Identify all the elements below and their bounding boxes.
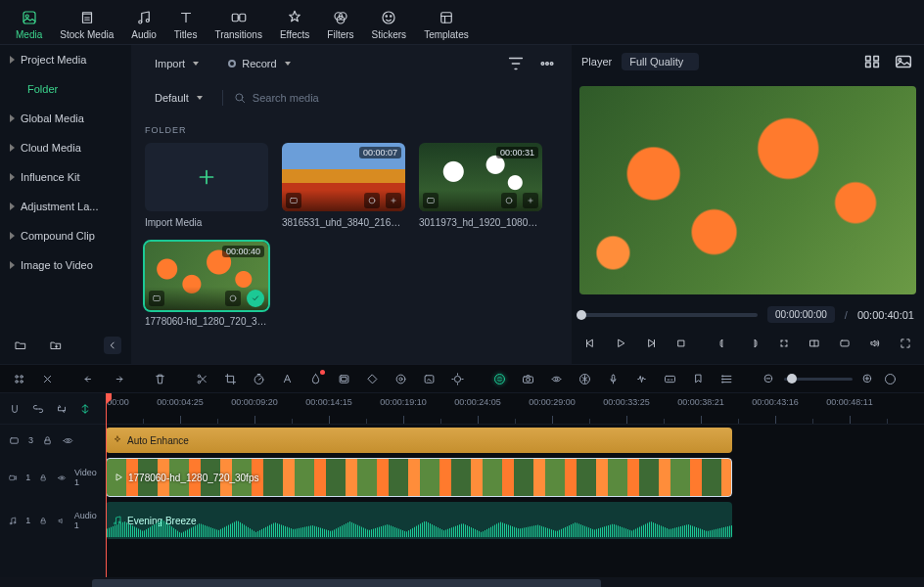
new-bin-button[interactable]: [45, 335, 67, 356]
lock-icon[interactable]: [41, 434, 54, 447]
enhance-clip[interactable]: Auto Enhance: [106, 428, 732, 453]
marker-add-button[interactable]: [691, 372, 706, 386]
track-header-video[interactable]: 1 Video 1: [0, 456, 106, 499]
preview-icon[interactable]: [364, 193, 380, 208]
adjust-button[interactable]: [393, 372, 408, 386]
sort-dropdown[interactable]: Default: [145, 88, 212, 108]
tab-media[interactable]: Media: [16, 9, 42, 44]
safe-zone-button[interactable]: [774, 333, 793, 354]
motion-button[interactable]: [450, 372, 465, 386]
denoise-tool[interactable]: [578, 372, 592, 386]
media-clip[interactable]: 00:00:07 3816531_uhd_3840_2160_30...: [282, 143, 405, 228]
media-clip-selected[interactable]: 00:00:40 1778060-hd_1280_720_30fps: [145, 242, 268, 327]
zoom-handle[interactable]: [787, 374, 797, 384]
fullscreen-button[interactable]: [896, 333, 914, 354]
lock-icon[interactable]: [38, 472, 48, 484]
new-folder-button[interactable]: [10, 335, 31, 356]
zoom-in-button[interactable]: [860, 372, 875, 386]
add-to-timeline-button[interactable]: [386, 193, 401, 208]
stop-button[interactable]: [672, 333, 691, 354]
undo-button[interactable]: [82, 372, 97, 386]
compare-button[interactable]: [805, 333, 823, 354]
tab-stock-media[interactable]: Stock Media: [60, 9, 114, 44]
track-header-audio[interactable]: 1 Audio 1: [0, 499, 106, 542]
video-clip[interactable]: 1778060-hd_1280_720_30fps: [106, 458, 732, 497]
preview-icon[interactable]: [501, 193, 517, 208]
match-tool[interactable]: [40, 372, 55, 386]
play-button[interactable]: [612, 333, 630, 354]
link-button[interactable]: [31, 402, 45, 416]
prev-frame-button[interactable]: [581, 333, 600, 354]
redo-button[interactable]: [111, 372, 125, 386]
zoom-slider[interactable]: [784, 378, 853, 381]
stabilize-tool[interactable]: [549, 372, 564, 386]
visibility-icon[interactable]: [62, 434, 74, 447]
track-manager-button[interactable]: [719, 372, 734, 386]
tab-titles[interactable]: Titles: [174, 9, 198, 44]
video-lane[interactable]: 1778060-hd_1280_720_30fps: [106, 456, 924, 499]
zoom-out-button[interactable]: [762, 372, 776, 386]
mark-in-button[interactable]: [715, 333, 733, 354]
tab-transitions[interactable]: Transitions: [214, 9, 262, 44]
sidebar-item-image-to-video[interactable]: Image to Video: [0, 250, 131, 280]
preview-icon[interactable]: [225, 291, 241, 306]
speed-button[interactable]: [252, 372, 266, 386]
sidebar-item-project-media[interactable]: Project Media: [0, 45, 131, 74]
auto-ripple-button[interactable]: [78, 402, 92, 416]
collapse-sidebar-button[interactable]: [104, 337, 121, 354]
split-button[interactable]: [195, 372, 209, 386]
ai-enhance-button[interactable]: [492, 372, 507, 386]
mark-out-button[interactable]: [745, 333, 763, 354]
sidebar-item-compound-clip[interactable]: Compound Clip: [0, 221, 131, 250]
camera-tool[interactable]: [521, 372, 535, 386]
time-ruler[interactable]: 00:00:00:00 00:00:04:25 00:00:09:20 00:0…: [106, 393, 924, 425]
effect-lane[interactable]: Auto Enhance: [106, 425, 924, 456]
snap-button[interactable]: [8, 402, 22, 416]
delete-button[interactable]: [153, 372, 167, 386]
zoom-fit-button[interactable]: [883, 372, 898, 386]
audio-sync-tool[interactable]: [634, 372, 649, 386]
crop-button[interactable]: [223, 372, 238, 386]
media-clip[interactable]: 00:00:31 3011973_hd_1920_1080_25fps: [419, 143, 542, 228]
tab-stickers[interactable]: Stickers: [372, 9, 407, 44]
playhead[interactable]: [106, 393, 107, 577]
tab-templates[interactable]: Templates: [424, 9, 469, 44]
keyframe-button[interactable]: [365, 372, 380, 386]
templates-tool[interactable]: [12, 372, 26, 386]
sidebar-item-global-media[interactable]: Global Media: [0, 104, 131, 133]
lock-icon[interactable]: [38, 515, 48, 527]
more-button[interactable]: [536, 53, 558, 74]
video-preview[interactable]: [579, 86, 916, 294]
mask-button[interactable]: [337, 372, 351, 386]
layout-grid-button[interactable]: [861, 51, 883, 72]
voice-tool[interactable]: [606, 372, 621, 386]
add-to-timeline-button[interactable]: [523, 193, 538, 208]
tab-audio[interactable]: Audio: [131, 9, 157, 44]
sidebar-item-adjustment-layer[interactable]: Adjustment La...: [0, 192, 131, 221]
next-frame-button[interactable]: [642, 333, 661, 354]
sidebar-item-folder[interactable]: Folder: [0, 74, 131, 104]
tab-filters[interactable]: Filters: [327, 9, 353, 44]
audio-lane[interactable]: Evening Breeze: [106, 499, 924, 542]
import-media-card[interactable]: Import Media: [145, 143, 268, 228]
aspect-button[interactable]: [835, 333, 854, 354]
green-screen-button[interactable]: [422, 372, 437, 386]
timeline-scrollbar[interactable]: [0, 577, 924, 587]
text-style-button[interactable]: [280, 372, 295, 386]
search-input[interactable]: Search media: [233, 91, 558, 105]
playback-quality-dropdown[interactable]: Full Quality: [622, 53, 699, 70]
color-button[interactable]: [308, 372, 323, 386]
filter-button[interactable]: [505, 53, 527, 74]
subtitle-tool[interactable]: [663, 372, 677, 386]
snapshot-button[interactable]: [893, 51, 914, 72]
visibility-icon[interactable]: [57, 472, 67, 484]
mute-icon[interactable]: [57, 515, 67, 527]
sidebar-item-cloud-media[interactable]: Cloud Media: [0, 133, 131, 162]
record-dropdown[interactable]: Record: [218, 54, 300, 73]
ripple-button[interactable]: [55, 402, 69, 416]
scrollbar-thumb[interactable]: [92, 579, 600, 587]
volume-button[interactable]: [865, 333, 884, 354]
import-dropdown[interactable]: Import: [145, 54, 208, 73]
tab-effects[interactable]: Effects: [280, 9, 309, 44]
audio-clip[interactable]: Evening Breeze: [106, 502, 732, 539]
